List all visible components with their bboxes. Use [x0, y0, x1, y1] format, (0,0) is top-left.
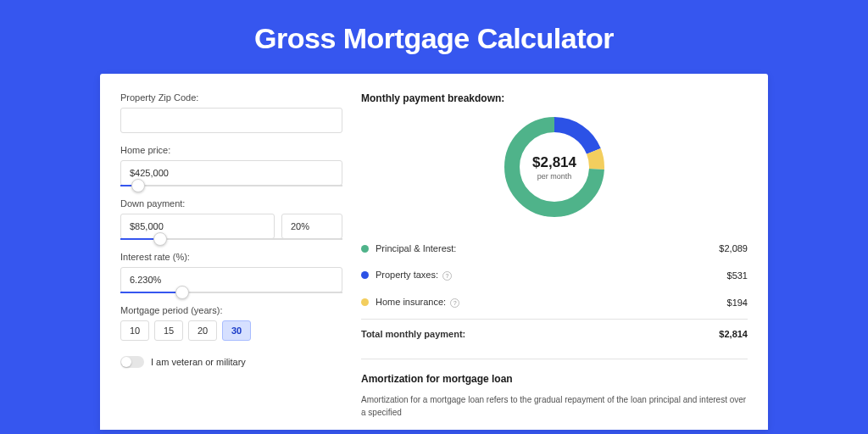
amortization-text: Amortization for a mortgage loan refers … [361, 393, 748, 419]
donut-center: $2,814 per month [502, 114, 607, 220]
info-icon[interactable]: ? [450, 298, 459, 308]
period-btn-30[interactable]: 30 [222, 320, 251, 341]
donut-amount: $2,814 [532, 154, 576, 171]
legend-dot-icon [361, 271, 369, 279]
donut-sub: per month [537, 172, 572, 181]
legend-label: Principal & Interest: [376, 243, 719, 253]
amortization-title: Amortization for mortgage loan [361, 373, 748, 385]
legend: Principal & Interest:$2,089Property taxe… [361, 235, 748, 315]
interest-field: Interest rate (%): [120, 252, 342, 293]
veteran-row: I am veteran or military [120, 356, 342, 368]
interest-slider-thumb[interactable] [175, 286, 189, 299]
legend-value: $2,089 [719, 243, 748, 253]
interest-input[interactable] [120, 267, 342, 292]
home-price-field: Home price: [120, 145, 342, 186]
zip-label: Property Zip Code: [120, 92, 342, 103]
down-payment-slider-thumb[interactable] [153, 232, 167, 246]
home-price-slider-thumb[interactable] [131, 179, 145, 192]
home-price-slider[interactable] [120, 185, 342, 186]
calculator-card: Property Zip Code: Home price: Down paym… [100, 74, 768, 430]
period-btn-10[interactable]: 10 [120, 320, 149, 341]
veteran-label: I am veteran or military [151, 357, 246, 367]
legend-total-value: $2,814 [719, 329, 748, 339]
page-title: Gross Mortgage Calculator [0, 0, 868, 74]
donut-chart: $2,814 per month [502, 114, 607, 220]
amortization-block: Amortization for mortgage loan Amortizat… [361, 359, 748, 419]
home-price-input[interactable] [120, 160, 342, 186]
down-payment-input[interactable] [120, 214, 275, 239]
down-payment-slider[interactable] [120, 238, 342, 240]
legend-total-label: Total monthly payment: [361, 329, 719, 339]
legend-value: $194 [727, 298, 748, 308]
period-field: Mortgage period (years): 10152030 [120, 305, 342, 341]
breakdown-title: Monthly payment breakdown: [361, 92, 748, 104]
donut-chart-wrap: $2,814 per month [361, 114, 748, 220]
down-payment-field: Down payment: [120, 198, 342, 240]
legend-label: Home insurance:? [376, 297, 727, 308]
period-label: Mortgage period (years): [120, 305, 342, 315]
breakdown-column: Monthly payment breakdown: $2,814 per mo… [361, 92, 748, 430]
down-payment-pct-input[interactable] [281, 214, 342, 239]
legend-row-1: Property taxes:?$531 [361, 261, 748, 288]
period-btn-20[interactable]: 20 [188, 320, 217, 341]
down-payment-label: Down payment: [120, 198, 342, 209]
legend-row-2: Home insurance:?$194 [361, 288, 748, 315]
legend-dot-icon [361, 245, 369, 253]
zip-field: Property Zip Code: [120, 92, 342, 133]
zip-input[interactable] [120, 108, 342, 133]
interest-label: Interest rate (%): [120, 252, 342, 262]
legend-dot-icon [361, 298, 369, 306]
period-options: 10152030 [120, 320, 342, 341]
legend-label: Property taxes:? [376, 270, 727, 281]
interest-slider[interactable] [120, 292, 342, 293]
info-icon[interactable]: ? [442, 271, 452, 281]
home-price-label: Home price: [120, 145, 342, 155]
legend-row-0: Principal & Interest:$2,089 [361, 235, 748, 261]
form-column: Property Zip Code: Home price: Down paym… [120, 92, 342, 430]
period-btn-15[interactable]: 15 [154, 320, 183, 341]
veteran-toggle[interactable] [120, 356, 144, 368]
legend-total-row: Total monthly payment: $2,814 [361, 319, 748, 347]
legend-value: $531 [727, 270, 748, 281]
